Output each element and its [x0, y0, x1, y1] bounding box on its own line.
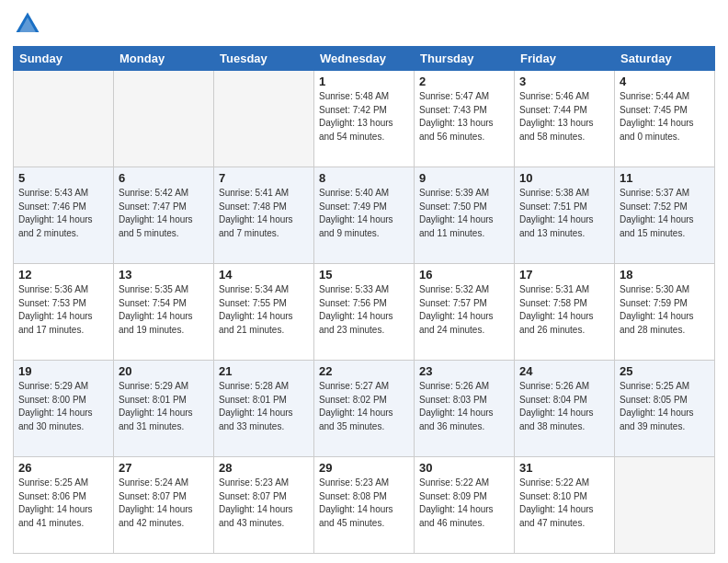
- day-number: 19: [18, 364, 108, 378]
- day-number: 14: [219, 268, 309, 282]
- day-number: 12: [18, 268, 108, 282]
- col-thursday: Thursday: [415, 47, 515, 71]
- day-number: 5: [18, 171, 108, 185]
- day-info: Sunrise: 5:23 AM Sunset: 8:07 PM Dayligh…: [219, 477, 309, 530]
- calendar-cell: 8Sunrise: 5:40 AM Sunset: 7:49 PM Daylig…: [314, 167, 415, 264]
- calendar-cell: 6Sunrise: 5:42 AM Sunset: 7:47 PM Daylig…: [114, 167, 214, 264]
- calendar-cell: 19Sunrise: 5:29 AM Sunset: 8:00 PM Dayli…: [14, 361, 114, 457]
- day-info: Sunrise: 5:29 AM Sunset: 8:00 PM Dayligh…: [18, 380, 108, 433]
- day-info: Sunrise: 5:48 AM Sunset: 7:42 PM Dayligh…: [319, 90, 409, 144]
- day-number: 4: [620, 75, 710, 88]
- header-row: Sunday Monday Tuesday Wednesday Thursday…: [14, 47, 715, 71]
- day-info: Sunrise: 5:38 AM Sunset: 7:51 PM Dayligh…: [519, 187, 609, 240]
- day-number: 1: [319, 75, 409, 88]
- calendar-cell: 21Sunrise: 5:28 AM Sunset: 8:01 PM Dayli…: [214, 361, 314, 457]
- day-number: 30: [419, 461, 509, 475]
- calendar-cell: [214, 71, 314, 167]
- calendar-cell: 18Sunrise: 5:30 AM Sunset: 7:59 PM Dayli…: [615, 264, 715, 361]
- day-number: 10: [519, 171, 609, 185]
- calendar-cell: 27Sunrise: 5:24 AM Sunset: 8:07 PM Dayli…: [114, 457, 214, 554]
- calendar-table: Sunday Monday Tuesday Wednesday Thursday…: [13, 46, 715, 554]
- header: [13, 9, 715, 39]
- day-info: Sunrise: 5:43 AM Sunset: 7:46 PM Dayligh…: [18, 187, 108, 240]
- day-number: 2: [419, 75, 509, 88]
- day-info: Sunrise: 5:22 AM Sunset: 8:10 PM Dayligh…: [519, 477, 609, 530]
- calendar-cell: [114, 71, 214, 167]
- col-tuesday: Tuesday: [214, 47, 314, 71]
- day-number: 6: [119, 171, 209, 185]
- day-number: 27: [119, 461, 209, 475]
- day-info: Sunrise: 5:23 AM Sunset: 8:08 PM Dayligh…: [319, 477, 409, 530]
- logo-icon: [13, 9, 42, 39]
- day-info: Sunrise: 5:26 AM Sunset: 8:03 PM Dayligh…: [419, 380, 509, 433]
- calendar-cell: 13Sunrise: 5:35 AM Sunset: 7:54 PM Dayli…: [114, 264, 214, 361]
- day-info: Sunrise: 5:27 AM Sunset: 8:02 PM Dayligh…: [319, 380, 409, 433]
- day-info: Sunrise: 5:25 AM Sunset: 8:05 PM Dayligh…: [620, 380, 710, 433]
- calendar-cell: 17Sunrise: 5:31 AM Sunset: 7:58 PM Dayli…: [515, 264, 615, 361]
- calendar-cell: 22Sunrise: 5:27 AM Sunset: 8:02 PM Dayli…: [314, 361, 415, 457]
- day-number: 29: [319, 461, 409, 475]
- calendar-cell: 3Sunrise: 5:46 AM Sunset: 7:44 PM Daylig…: [515, 71, 615, 167]
- calendar-cell: 12Sunrise: 5:36 AM Sunset: 7:53 PM Dayli…: [14, 264, 114, 361]
- day-info: Sunrise: 5:28 AM Sunset: 8:01 PM Dayligh…: [219, 380, 309, 433]
- day-number: 22: [319, 364, 409, 378]
- day-number: 17: [519, 268, 609, 282]
- day-info: Sunrise: 5:22 AM Sunset: 8:09 PM Dayligh…: [419, 477, 509, 530]
- day-number: 21: [219, 364, 309, 378]
- day-number: 23: [419, 364, 509, 378]
- calendar-cell: 11Sunrise: 5:37 AM Sunset: 7:52 PM Dayli…: [615, 167, 715, 264]
- day-number: 26: [18, 461, 108, 475]
- day-number: 25: [620, 364, 710, 378]
- day-number: 15: [319, 268, 409, 282]
- col-sunday: Sunday: [14, 47, 114, 71]
- calendar-cell: 14Sunrise: 5:34 AM Sunset: 7:55 PM Dayli…: [214, 264, 314, 361]
- calendar-cell: 24Sunrise: 5:26 AM Sunset: 8:04 PM Dayli…: [515, 361, 615, 457]
- day-info: Sunrise: 5:40 AM Sunset: 7:49 PM Dayligh…: [319, 187, 409, 240]
- calendar-cell: 2Sunrise: 5:47 AM Sunset: 7:43 PM Daylig…: [415, 71, 515, 167]
- calendar-cell: 10Sunrise: 5:38 AM Sunset: 7:51 PM Dayli…: [515, 167, 615, 264]
- calendar-cell: 26Sunrise: 5:25 AM Sunset: 8:06 PM Dayli…: [14, 457, 114, 554]
- day-info: Sunrise: 5:31 AM Sunset: 7:58 PM Dayligh…: [519, 283, 609, 337]
- day-info: Sunrise: 5:41 AM Sunset: 7:48 PM Dayligh…: [219, 187, 309, 240]
- calendar-cell: 23Sunrise: 5:26 AM Sunset: 8:03 PM Dayli…: [415, 361, 515, 457]
- calendar-cell: 20Sunrise: 5:29 AM Sunset: 8:01 PM Dayli…: [114, 361, 214, 457]
- day-info: Sunrise: 5:36 AM Sunset: 7:53 PM Dayligh…: [18, 283, 108, 337]
- day-info: Sunrise: 5:25 AM Sunset: 8:06 PM Dayligh…: [18, 477, 108, 530]
- day-info: Sunrise: 5:46 AM Sunset: 7:44 PM Dayligh…: [519, 90, 609, 144]
- day-info: Sunrise: 5:24 AM Sunset: 8:07 PM Dayligh…: [119, 477, 209, 530]
- calendar-cell: 29Sunrise: 5:23 AM Sunset: 8:08 PM Dayli…: [314, 457, 415, 554]
- day-number: 3: [519, 75, 609, 88]
- day-info: Sunrise: 5:32 AM Sunset: 7:57 PM Dayligh…: [419, 283, 509, 337]
- calendar-cell: 7Sunrise: 5:41 AM Sunset: 7:48 PM Daylig…: [214, 167, 314, 264]
- calendar-cell: 16Sunrise: 5:32 AM Sunset: 7:57 PM Dayli…: [415, 264, 515, 361]
- calendar-cell: 15Sunrise: 5:33 AM Sunset: 7:56 PM Dayli…: [314, 264, 415, 361]
- day-info: Sunrise: 5:33 AM Sunset: 7:56 PM Dayligh…: [319, 283, 409, 337]
- day-number: 16: [419, 268, 509, 282]
- day-info: Sunrise: 5:35 AM Sunset: 7:54 PM Dayligh…: [119, 283, 209, 337]
- day-number: 9: [419, 171, 509, 185]
- calendar-cell: 28Sunrise: 5:23 AM Sunset: 8:07 PM Dayli…: [214, 457, 314, 554]
- day-number: 7: [219, 171, 309, 185]
- calendar-cell: 25Sunrise: 5:25 AM Sunset: 8:05 PM Dayli…: [615, 361, 715, 457]
- day-info: Sunrise: 5:44 AM Sunset: 7:45 PM Dayligh…: [620, 90, 710, 144]
- col-saturday: Saturday: [615, 47, 715, 71]
- day-info: Sunrise: 5:34 AM Sunset: 7:55 PM Dayligh…: [219, 283, 309, 337]
- calendar-cell: 31Sunrise: 5:22 AM Sunset: 8:10 PM Dayli…: [515, 457, 615, 554]
- calendar-cell: 1Sunrise: 5:48 AM Sunset: 7:42 PM Daylig…: [314, 71, 415, 167]
- day-info: Sunrise: 5:39 AM Sunset: 7:50 PM Dayligh…: [419, 187, 509, 240]
- day-info: Sunrise: 5:26 AM Sunset: 8:04 PM Dayligh…: [519, 380, 609, 433]
- calendar-cell: 9Sunrise: 5:39 AM Sunset: 7:50 PM Daylig…: [415, 167, 515, 264]
- day-number: 11: [620, 171, 710, 185]
- day-number: 18: [620, 268, 710, 282]
- day-info: Sunrise: 5:29 AM Sunset: 8:01 PM Dayligh…: [119, 380, 209, 433]
- day-number: 31: [519, 461, 609, 475]
- day-number: 20: [119, 364, 209, 378]
- day-number: 24: [519, 364, 609, 378]
- logo: [13, 9, 46, 39]
- page: Sunday Monday Tuesday Wednesday Thursday…: [0, 0, 728, 563]
- day-info: Sunrise: 5:47 AM Sunset: 7:43 PM Dayligh…: [419, 90, 509, 144]
- calendar-cell: 4Sunrise: 5:44 AM Sunset: 7:45 PM Daylig…: [615, 71, 715, 167]
- calendar-cell: 30Sunrise: 5:22 AM Sunset: 8:09 PM Dayli…: [415, 457, 515, 554]
- col-wednesday: Wednesday: [314, 47, 415, 71]
- day-info: Sunrise: 5:30 AM Sunset: 7:59 PM Dayligh…: [620, 283, 710, 337]
